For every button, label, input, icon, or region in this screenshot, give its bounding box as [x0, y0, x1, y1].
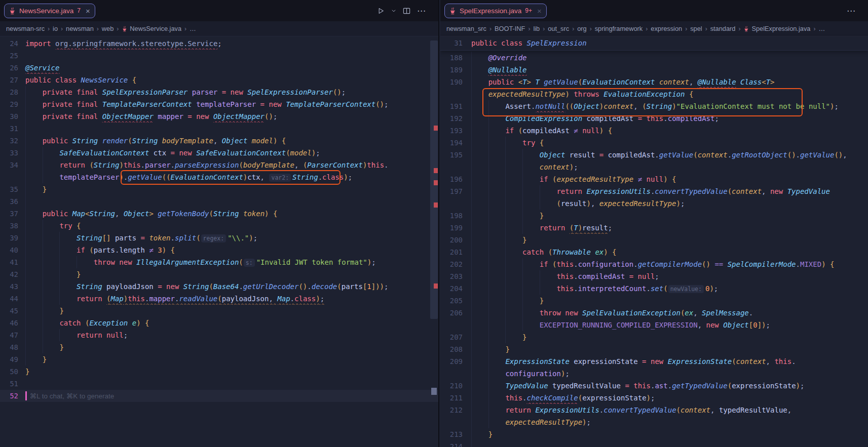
- breadcrumb-segment[interactable]: spel: [690, 25, 702, 32]
- code-line[interactable]: 213}: [440, 428, 868, 440]
- code-line[interactable]: 210TypedValue typedResultValue = this.as…: [440, 380, 868, 392]
- token: =: [166, 149, 179, 157]
- breadcrumb-segment[interactable]: lib: [533, 25, 540, 32]
- code-line[interactable]: 42}: [0, 268, 438, 280]
- code-line[interactable]: 29private final TemplateParserContext te…: [0, 98, 438, 110]
- code-text: return null;: [18, 329, 438, 341]
- breadcrumb-segment[interactable]: SpelExpression.java: [743, 25, 810, 32]
- breadcrumb-segment[interactable]: springframework: [595, 25, 643, 32]
- code-line[interactable]: 199return (T)result;: [440, 222, 868, 234]
- code-line[interactable]: 35}: [0, 183, 438, 195]
- overview-ruler-left[interactable]: [430, 36, 438, 447]
- code-line[interactable]: 189@Nullable: [440, 64, 868, 76]
- close-tab-icon[interactable]: ×: [537, 7, 542, 15]
- editor-left[interactable]: 24import org.springframework.stereotype.…: [0, 36, 438, 447]
- token: Object: [540, 151, 570, 159]
- code-line[interactable]: 28private final SpelExpressionParser par…: [0, 86, 438, 98]
- code-line[interactable]: configuration);: [440, 368, 868, 380]
- tab-newsservice[interactable]: NewsService.java 7 ×: [4, 4, 95, 18]
- indent-guide: [522, 270, 540, 282]
- code-line[interactable]: 36: [0, 195, 438, 208]
- code-line[interactable]: expectedResultType) throws EvaluationExc…: [440, 88, 868, 100]
- breadcrumb-segment[interactable]: standard: [710, 25, 736, 32]
- code-line[interactable]: 52⌘L to chat, ⌘K to generate: [0, 390, 438, 402]
- code-line[interactable]: 37public Map<String, Object> getTokenBod…: [0, 208, 438, 220]
- code-line[interactable]: 192CompiledExpression compiledAst = this…: [440, 112, 868, 125]
- code-line[interactable]: 48}: [0, 341, 438, 353]
- breadcrumb-segment[interactable]: io: [53, 25, 58, 32]
- breadcrumb-segment[interactable]: newsman-src: [6, 25, 45, 32]
- code-line[interactable]: 195Object result = compiledAst.getValue(…: [440, 149, 868, 161]
- code-line[interactable]: 34return (String)this.parser.parseExpres…: [0, 159, 438, 171]
- code-line[interactable]: 50}: [0, 365, 438, 378]
- code-line[interactable]: 194try {: [440, 137, 868, 149]
- code-line[interactable]: 197return ExpressionUtils.convertTypedVa…: [440, 185, 868, 197]
- code-line[interactable]: 31public class SpelExpression: [440, 36, 868, 49]
- breadcrumb-segment[interactable]: …: [818, 25, 825, 32]
- code-line[interactable]: 26@Service: [0, 62, 438, 74]
- code-line[interactable]: 193if (compiledAst ≠ null) {: [440, 125, 868, 137]
- code-line[interactable]: 51: [0, 378, 438, 390]
- code-line[interactable]: 191Assert.notNull((Object)context, (Stri…: [440, 100, 868, 112]
- breadcrumb-segment[interactable]: …: [190, 25, 196, 32]
- breadcrumb-segment[interactable]: out_src: [548, 25, 569, 32]
- code-line[interactable]: 40if (parts.length ≠ 3) {: [0, 244, 438, 256]
- code-line[interactable]: 38try {: [0, 220, 438, 232]
- code-line[interactable]: 25: [0, 50, 438, 62]
- breadcrumb-segment[interactable]: newsman_src: [446, 25, 486, 32]
- code-line[interactable]: 41throw new IllegalArgumentException(s:"…: [0, 256, 438, 268]
- breadcrumb-segment[interactable]: NewsService.java: [122, 25, 181, 32]
- tab-spelexpression[interactable]: SpelExpression.java 9+ ×: [444, 4, 547, 18]
- run-button[interactable]: [377, 7, 385, 15]
- code-line[interactable]: 49}: [0, 353, 438, 365]
- code-line[interactable]: 198}: [440, 210, 868, 222]
- editor-right[interactable]: 188@Override189@Nullable190public <T> T …: [440, 51, 868, 447]
- close-tab-icon[interactable]: ×: [86, 7, 90, 15]
- code-line[interactable]: 206throw new SpelEvaluationException(ex,…: [440, 307, 868, 319]
- code-line[interactable]: 211this.checkCompile(expressionState);: [440, 392, 868, 404]
- code-line[interactable]: 208}: [440, 343, 868, 355]
- code-line[interactable]: EXCEPTION_RUNNING_COMPILED_EXPRESSION, n…: [440, 319, 868, 331]
- code-line[interactable]: templateParser).getValue((EvaluationCont…: [0, 171, 438, 183]
- code-line[interactable]: 196if (expectedResultType ≠ null) {: [440, 173, 868, 185]
- code-line[interactable]: 207}: [440, 331, 868, 343]
- code-line[interactable]: 201catch (Throwable ex) {: [440, 246, 868, 258]
- code-line[interactable]: 47return null;: [0, 329, 438, 341]
- code-line[interactable]: 188@Override: [440, 52, 868, 64]
- run-dropdown-chevron-icon[interactable]: [391, 8, 396, 13]
- more-actions-icon[interactable]: ⋯: [847, 6, 856, 16]
- code-line[interactable]: 204this.interpretedCount.set(newValue:0)…: [440, 282, 868, 295]
- code-line[interactable]: 203this.compiledAst = null;: [440, 270, 868, 282]
- code-line[interactable]: 43String payloadJson = new String(Base64…: [0, 280, 438, 293]
- code-line[interactable]: (result), expectedResultType);: [440, 197, 868, 210]
- code-line[interactable]: 205}: [440, 295, 868, 307]
- code-line[interactable]: 202if (this.configuration.getCompilerMod…: [440, 258, 868, 270]
- code-line[interactable]: 190public <T> T getValue(EvaluationConte…: [440, 76, 868, 88]
- more-actions-icon[interactable]: ⋯: [417, 6, 426, 16]
- code-line[interactable]: context);: [440, 161, 868, 173]
- code-line[interactable]: 32public String render(String bodyTempla…: [0, 135, 438, 147]
- code-line[interactable]: 31: [0, 123, 438, 135]
- breadcrumb-segment[interactable]: newsman: [66, 25, 94, 32]
- code-line[interactable]: 200}: [440, 234, 868, 246]
- code-line[interactable]: 209ExpressionState expressionState = new…: [440, 355, 868, 368]
- code-line[interactable]: 33SafeEvaluationContext ctx = new SafeEv…: [0, 147, 438, 159]
- code-line[interactable]: 214: [440, 440, 868, 447]
- sticky-scroll-line[interactable]: 31public class SpelExpression: [440, 36, 868, 51]
- code-line[interactable]: expectedResultType);: [440, 416, 868, 428]
- code-line[interactable]: 24import org.springframework.stereotype.…: [0, 37, 438, 50]
- breadcrumb-segment[interactable]: expression: [651, 25, 682, 32]
- split-editor-icon[interactable]: [403, 7, 410, 15]
- code-line[interactable]: 30private final ObjectMapper mapper = ne…: [0, 110, 438, 123]
- scrollbar-thumb[interactable]: [430, 40, 438, 319]
- code-line[interactable]: 44return (Map)this.mapper.readValue(payl…: [0, 293, 438, 305]
- breadcrumb-segment[interactable]: BOOT-INF: [495, 25, 525, 32]
- breadcrumb-segment[interactable]: org: [577, 25, 587, 32]
- code-line[interactable]: 46catch (Exception e) {: [0, 317, 438, 329]
- token: ): [578, 224, 582, 232]
- code-line[interactable]: 27public class NewsService {: [0, 74, 438, 86]
- breadcrumb-segment[interactable]: web: [102, 25, 114, 32]
- code-line[interactable]: 212return ExpressionUtils.convertTypedVa…: [440, 404, 868, 416]
- code-line[interactable]: 45}: [0, 305, 438, 317]
- code-line[interactable]: 39String[] parts = token.split(regex:"\\…: [0, 232, 438, 244]
